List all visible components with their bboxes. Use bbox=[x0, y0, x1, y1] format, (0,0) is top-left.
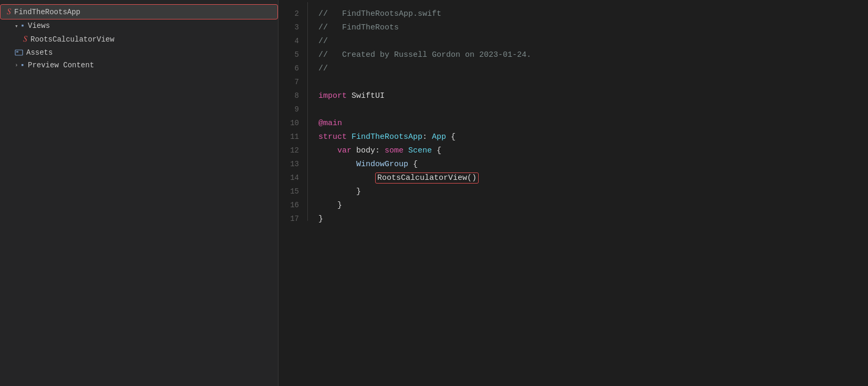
line-number: 13 bbox=[278, 157, 307, 171]
line-separator bbox=[307, 2, 308, 16]
line-separator bbox=[307, 16, 308, 29]
line-separator bbox=[307, 180, 308, 194]
sidebar-item-label: Assets bbox=[26, 48, 53, 57]
sidebar-item-preview-content[interactable]: › ▪ Preview Content bbox=[0, 59, 278, 72]
sidebar-item-app-root[interactable]: 𝑆 FindTheRootsApp bbox=[0, 4, 278, 19]
svg-rect-1 bbox=[16, 51, 18, 53]
line-separator bbox=[307, 29, 308, 43]
line-number: 6 bbox=[278, 62, 307, 75]
line-separator bbox=[307, 111, 308, 125]
line-separator bbox=[307, 70, 308, 84]
line-number: 12 bbox=[278, 144, 307, 157]
code-content bbox=[318, 76, 868, 89]
line-separator bbox=[307, 84, 308, 98]
line-number: 17 bbox=[278, 212, 307, 226]
line-number: 5 bbox=[278, 48, 307, 62]
sidebar-item-label: RootsCalculatorView bbox=[30, 35, 115, 44]
code-content: // Created by Russell Gordon on 2023-01-… bbox=[318, 48, 868, 62]
code-area[interactable]: 2 // FindTheRootsApp.swift 3 // FindTheR… bbox=[278, 0, 868, 386]
code-content: var body: some Scene { bbox=[318, 144, 868, 158]
sidebar-item-views[interactable]: ▾ ▪ Views bbox=[0, 19, 278, 32]
line-separator bbox=[307, 139, 308, 153]
editor: 2 // FindTheRootsApp.swift 3 // FindTheR… bbox=[278, 0, 868, 386]
code-content: WindowGroup { bbox=[318, 158, 868, 171]
line-separator bbox=[307, 166, 308, 180]
sidebar-item-label: FindTheRootsApp bbox=[14, 8, 80, 16]
svg-rect-0 bbox=[15, 50, 23, 55]
sidebar-item-assets[interactable]: Assets bbox=[0, 46, 278, 59]
sidebar-item-label: Preview Content bbox=[28, 61, 94, 69]
code-content: // FindTheRoots bbox=[318, 21, 868, 35]
code-content: } bbox=[318, 185, 868, 199]
line-number: 3 bbox=[278, 21, 307, 34]
line-separator bbox=[307, 125, 308, 139]
code-content: } bbox=[318, 212, 868, 226]
assets-icon bbox=[15, 48, 23, 57]
code-line-2: 2 // FindTheRootsApp.swift bbox=[278, 2, 868, 16]
chevron-right-icon: › bbox=[15, 62, 18, 68]
line-number: 2 bbox=[278, 7, 307, 21]
code-content: // FindTheRootsApp.swift bbox=[318, 7, 868, 21]
line-separator bbox=[307, 153, 308, 166]
sidebar-item-label: Views bbox=[28, 22, 50, 30]
line-number: 14 bbox=[278, 171, 307, 185]
line-number: 9 bbox=[278, 103, 307, 116]
sidebar: 𝑆 FindTheRootsApp ▾ ▪ Views 𝑆 RootsCalcu… bbox=[0, 0, 278, 386]
folder-icon: ▪ bbox=[20, 22, 25, 30]
line-number: 10 bbox=[278, 116, 307, 130]
line-number: 4 bbox=[278, 34, 307, 48]
code-content: struct FindTheRootsApp: App { bbox=[318, 130, 868, 144]
code-content: } bbox=[318, 199, 868, 212]
swift-icon-2: 𝑆 bbox=[23, 34, 27, 44]
line-separator bbox=[307, 194, 308, 207]
code-content: @main bbox=[318, 117, 868, 130]
line-separator bbox=[307, 207, 308, 221]
code-content: import SwiftUI bbox=[318, 89, 868, 103]
swift-icon: 𝑆 bbox=[7, 7, 11, 17]
line-separator bbox=[307, 57, 308, 70]
line-separator bbox=[307, 98, 308, 111]
line-number: 7 bbox=[278, 75, 307, 89]
line-separator bbox=[307, 43, 308, 57]
line-number: 8 bbox=[278, 89, 307, 103]
line-number: 11 bbox=[278, 130, 307, 144]
folder-icon-2: ▪ bbox=[20, 61, 25, 69]
line-number: 16 bbox=[278, 198, 307, 212]
code-content bbox=[318, 103, 868, 117]
code-content: // bbox=[318, 35, 868, 48]
chevron-down-icon: ▾ bbox=[15, 23, 18, 29]
line-number: 15 bbox=[278, 185, 307, 198]
code-content: RootsCalculatorView() bbox=[318, 171, 868, 185]
code-content: // bbox=[318, 62, 868, 76]
highlight-roots-view: RootsCalculatorView() bbox=[375, 172, 479, 184]
sidebar-item-roots-view[interactable]: 𝑆 RootsCalculatorView bbox=[0, 32, 278, 46]
